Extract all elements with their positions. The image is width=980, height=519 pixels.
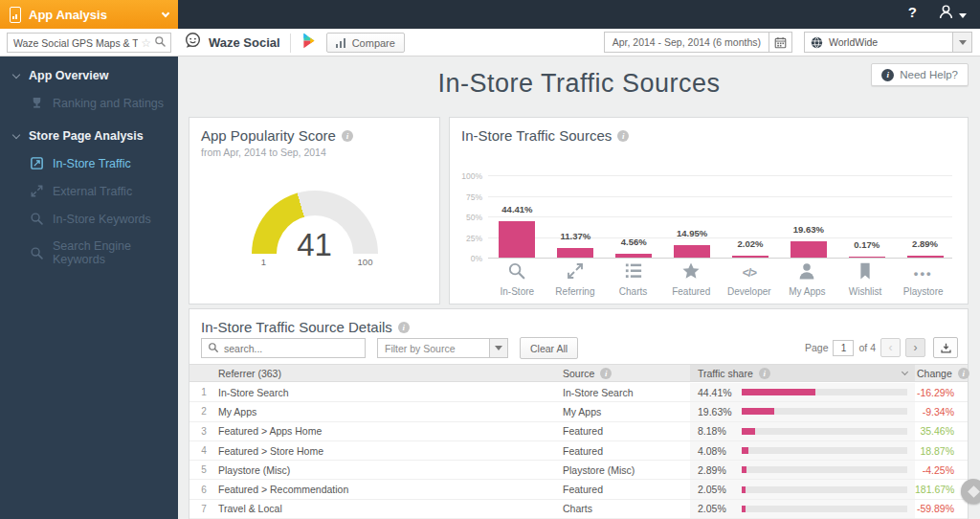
chart-category-playstore[interactable]: •••Playstore — [894, 261, 952, 304]
table-row[interactable]: 4Featured > Store HomeFeatured4.08%18.87… — [189, 441, 968, 461]
traffic-share-bar-track — [742, 389, 907, 395]
need-help-label: Need Help? — [900, 69, 958, 80]
date-range-picker[interactable]: Apr, 2014 - Sep, 2014 (6 months) — [604, 32, 792, 53]
bar-featured[interactable] — [674, 245, 710, 258]
table-pagination: Page of 4 ‹ › — [805, 337, 958, 358]
traffic-share-bar-track — [742, 486, 907, 493]
favorite-star-icon[interactable]: ☆ — [141, 36, 151, 50]
filter-dropdown-arrow[interactable] — [489, 339, 507, 357]
region-select[interactable]: WorldWide — [804, 32, 972, 53]
bar-chart: 100%75%50%25%0%44.41%11.37%4.56%14.95%2.… — [488, 175, 952, 258]
table-row[interactable]: 6Featured > RecommendationFeatured2.05%1… — [189, 480, 968, 499]
row-number: 4 — [189, 445, 218, 456]
feedback-widget-button[interactable] — [961, 479, 980, 504]
chart-category-label: Developer — [721, 286, 779, 297]
export-download-button[interactable] — [933, 337, 958, 358]
search-icon[interactable] — [154, 34, 167, 52]
table-row[interactable]: 1In-Store SearchIn-Store Search44.41%-16… — [189, 383, 968, 402]
table-row[interactable]: 5Playstore (Misc)Playstore (Misc)2.89%-4… — [189, 461, 968, 480]
info-icon[interactable]: i — [600, 368, 612, 379]
chart-category-wishlist[interactable]: Wishlist — [836, 261, 895, 304]
header-source[interactable]: Sourcei — [563, 365, 690, 381]
info-icon[interactable]: i — [342, 130, 353, 142]
sidebar-item-external-traffic[interactable]: External Traffic — [0, 177, 178, 205]
info-icon[interactable]: i — [617, 130, 629, 142]
need-help-button[interactable]: i Need Help? — [871, 63, 969, 86]
table-search-box[interactable] — [201, 338, 366, 358]
clear-all-button[interactable]: Clear All — [520, 337, 578, 359]
bar-charts[interactable] — [615, 254, 652, 258]
region-dropdown-arrow[interactable] — [952, 33, 971, 52]
chart-category-developer[interactable]: </>Developer — [721, 261, 779, 304]
sidebar-item-ranking-and-ratings[interactable]: Ranking and Ratings — [0, 89, 178, 117]
bar-referring[interactable] — [557, 248, 593, 258]
traffic-share-bar-fill — [742, 408, 774, 415]
calendar-icon[interactable] — [768, 33, 791, 52]
user-menu[interactable] — [938, 4, 967, 24]
previous-page-button[interactable]: ‹ — [880, 338, 901, 357]
waze-app-icon — [184, 32, 202, 54]
row-number: 5 — [189, 464, 218, 475]
sidebar-item-in-store-keywords[interactable]: In-Store Keywords — [0, 205, 178, 233]
cell-traffic-share: 2.89% — [690, 461, 915, 479]
bar-value-label: 2.02% — [712, 238, 789, 249]
chart-category-featured[interactable]: Featured — [662, 261, 721, 304]
bar-my-apps[interactable] — [791, 241, 827, 258]
app-popularity-score-card: App Popularity Score i from Apr, 2014 to… — [189, 117, 440, 305]
search-icon — [507, 261, 526, 284]
user-menu-caret-icon — [959, 13, 967, 18]
cell-traffic-share: 2.05% — [690, 480, 915, 498]
info-icon[interactable]: i — [398, 322, 410, 333]
table-row[interactable]: 2My AppsMy Apps19.63%-9.34% — [189, 402, 968, 421]
app-analysis-menu[interactable]: App Analysis — [0, 0, 178, 29]
date-range-value: Apr, 2014 - Sep, 2014 (6 months) — [605, 33, 768, 52]
table-row[interactable]: 7Travel & LocalCharts2.05%-59.89% — [189, 500, 968, 519]
traffic-share-bar-track — [742, 447, 907, 454]
bar-wishlist[interactable] — [849, 257, 885, 259]
cell-change: 35.46% — [915, 425, 968, 437]
page-number-input[interactable] — [833, 340, 854, 356]
cell-referrer: Travel & Local — [218, 503, 563, 514]
info-icon[interactable]: i — [958, 368, 969, 379]
filter-by-source-value: Filter by Source — [378, 339, 489, 357]
bar-developer[interactable] — [732, 256, 768, 258]
sidebar-section-1[interactable]: Store Page Analysis — [0, 117, 178, 149]
chart-category-charts[interactable]: Charts — [604, 261, 662, 304]
chart-category-label: In-Store — [488, 286, 546, 297]
chart-category-in-store[interactable]: In-Store — [488, 261, 546, 304]
popularity-card-title: App Popularity Score — [201, 127, 336, 144]
table-header-row: Referrer (363) Sourcei Traffic sharei Ch… — [189, 364, 968, 382]
table-row[interactable]: 3Featured > Apps HomeFeatured8.18%35.46% — [189, 422, 968, 441]
cell-source: My Apps — [563, 406, 690, 417]
page-title: In-Store Traffic Sources — [178, 69, 980, 99]
header-traffic-share[interactable]: Traffic sharei — [690, 365, 915, 381]
header-referrer[interactable]: Referrer (363) — [218, 365, 563, 381]
chart-category-referring[interactable]: Referring — [546, 261, 605, 304]
table-search-input[interactable] — [224, 343, 359, 354]
search-icon — [208, 340, 219, 357]
help-icon[interactable]: ? — [908, 4, 917, 20]
cell-source: Playstore (Misc) — [563, 464, 690, 476]
filter-by-source-select[interactable]: Filter by Source — [377, 338, 508, 358]
bar-playstore[interactable] — [907, 256, 944, 258]
row-number: 7 — [189, 504, 218, 514]
cell-referrer: Playstore (Misc) — [218, 464, 563, 476]
next-page-button[interactable]: › — [905, 338, 925, 357]
app-search-input[interactable] — [13, 37, 138, 49]
details-card-title: In-Store Traffic Source Details — [201, 319, 392, 335]
info-icon[interactable]: i — [759, 368, 770, 379]
bar-in-store[interactable] — [499, 221, 535, 258]
compare-button[interactable]: Compare — [326, 33, 405, 53]
gauge-min-label: 1 — [252, 257, 277, 267]
sidebar-item-search-engine-keywords[interactable]: Search Engine Keywords — [0, 233, 178, 273]
sidebar-item-in-store-traffic[interactable]: In-Store Traffic — [0, 149, 178, 177]
chevron-down-icon — [12, 130, 20, 138]
compare-chart-icon — [336, 38, 347, 48]
header-change[interactable]: Changei — [915, 365, 980, 381]
app-search-box[interactable]: ☆ — [7, 33, 171, 53]
traffic-share-bar-fill — [742, 466, 746, 473]
chart-category-my-apps[interactable]: My Apps — [778, 261, 836, 304]
popularity-gauge: 41 1 100 — [252, 191, 378, 254]
page-of-label: of 4 — [858, 342, 876, 353]
sidebar-section-0[interactable]: App Overview — [0, 56, 178, 89]
